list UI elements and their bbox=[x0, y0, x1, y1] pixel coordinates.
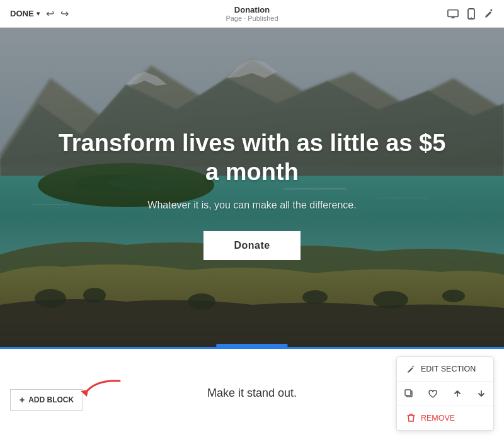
remove-menu-item[interactable]: REMOVE bbox=[397, 406, 493, 430]
arrow-up-icon bbox=[452, 389, 462, 399]
redo-icon: ↪ bbox=[60, 8, 69, 20]
toolbar-center: Donation Page · Published bbox=[226, 5, 278, 22]
hero-title: Transform lives with as little as $5 a m… bbox=[50, 129, 454, 186]
arrow-down-icon bbox=[476, 389, 486, 399]
redo-button[interactable]: ↪ bbox=[60, 8, 69, 20]
heart-icon bbox=[428, 389, 438, 399]
trash-icon bbox=[406, 413, 416, 423]
donate-button[interactable]: Donate bbox=[203, 231, 300, 260]
plus-icon: + bbox=[20, 395, 25, 405]
chevron-down-icon: ▾ bbox=[37, 10, 40, 17]
favorite-menu-item[interactable] bbox=[421, 382, 445, 406]
duplicate-menu-item[interactable] bbox=[397, 382, 421, 406]
done-label: DONE bbox=[10, 9, 34, 18]
edit-section-menu-item[interactable]: EDIT SECTION bbox=[397, 357, 493, 382]
bottom-section: Make it stand out. + ADD BLOCK EDIT SECT… bbox=[0, 349, 504, 437]
toolbar-left: DONE ▾ ↩ ↪ bbox=[10, 8, 69, 20]
desktop-view-button[interactable] bbox=[447, 9, 459, 19]
edit-icon bbox=[406, 364, 416, 374]
hero-subtitle: Whatever it is, you can make all the dif… bbox=[147, 200, 356, 211]
hero-content: Transform lives with as little as $5 a m… bbox=[0, 28, 504, 349]
svg-rect-0 bbox=[448, 9, 458, 16]
hero-section: Transform lives with as little as $5 a m… bbox=[0, 28, 504, 349]
add-section-button[interactable]: ADD SECTION bbox=[216, 344, 287, 349]
pen-icon bbox=[484, 9, 494, 19]
move-down-menu-item[interactable] bbox=[469, 382, 493, 406]
mobile-view-button[interactable] bbox=[467, 8, 475, 20]
undo-button[interactable]: ↩ bbox=[46, 8, 54, 20]
toolbar: DONE ▾ ↩ ↪ Donation Page · Published bbox=[0, 0, 504, 28]
page-wrapper: Transform lives with as little as $5 a m… bbox=[0, 28, 504, 437]
add-block-button[interactable]: + ADD BLOCK bbox=[10, 389, 83, 411]
pen-tool-button[interactable] bbox=[484, 9, 494, 19]
duplicate-icon bbox=[404, 389, 414, 399]
page-status: Page · Published bbox=[226, 14, 278, 22]
undo-icon: ↩ bbox=[46, 8, 54, 20]
bottom-text: Make it stand out. bbox=[207, 387, 297, 400]
context-menu-icon-row bbox=[397, 382, 493, 406]
page-title: Donation bbox=[226, 5, 278, 14]
context-menu: EDIT SECTION bbox=[396, 356, 494, 431]
desktop-icon bbox=[447, 9, 459, 19]
remove-label: REMOVE bbox=[421, 414, 455, 423]
svg-rect-29 bbox=[405, 390, 411, 395]
mobile-icon bbox=[467, 8, 475, 20]
toolbar-right bbox=[447, 8, 494, 20]
move-up-menu-item[interactable] bbox=[445, 382, 469, 406]
edit-section-label: EDIT SECTION bbox=[421, 365, 476, 373]
svg-point-4 bbox=[471, 16, 472, 18]
add-block-label: ADD BLOCK bbox=[28, 395, 74, 404]
done-button[interactable]: DONE ▾ bbox=[10, 9, 40, 18]
